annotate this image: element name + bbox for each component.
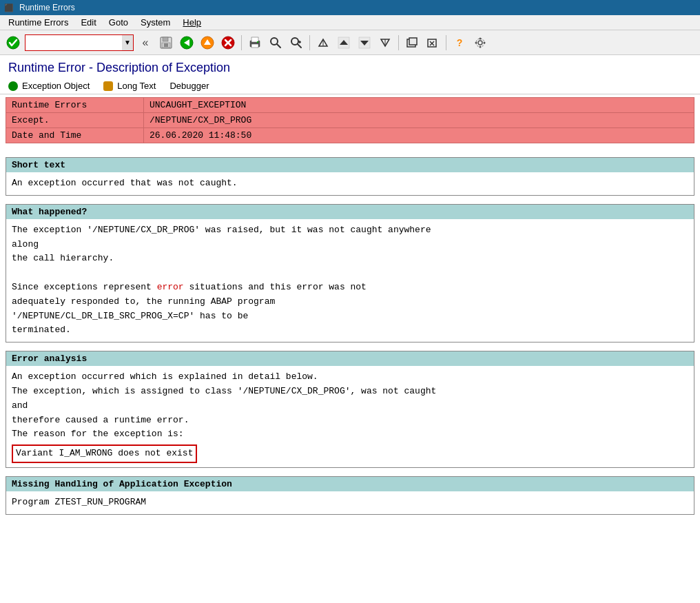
short-text-section: Short text An exception occurred that wa… bbox=[6, 157, 694, 196]
sep1 bbox=[241, 35, 242, 50]
svg-rect-2 bbox=[163, 37, 168, 41]
svg-rect-31 bbox=[409, 38, 417, 45]
tab-exception-object-label: Exception Object bbox=[22, 81, 90, 91]
error-analysis-body: An exception occurred which is explained… bbox=[6, 366, 694, 467]
error-info-table: Runtime Errors UNCAUGHT_EXCEPTION Except… bbox=[6, 97, 694, 143]
sep4 bbox=[446, 35, 446, 50]
title-bar-label: Runtime Errors bbox=[19, 3, 75, 12]
tab-exception-object[interactable]: Exception Object bbox=[8, 81, 90, 91]
check-button[interactable] bbox=[4, 34, 22, 52]
error-value-2: 26.06.2020 11:48:50 bbox=[144, 128, 694, 143]
exception-object-icon bbox=[8, 81, 18, 91]
error-highlight-text: Variant I_AM_WRONG does not exist bbox=[12, 444, 197, 463]
back-green-button[interactable] bbox=[178, 34, 196, 52]
nav-up-button[interactable] bbox=[314, 34, 332, 52]
svg-point-38 bbox=[480, 45, 482, 48]
svg-point-39 bbox=[475, 41, 477, 43]
save-button[interactable] bbox=[157, 34, 175, 52]
back-button[interactable]: « bbox=[136, 34, 154, 52]
error-value-1: /NEPTUNE/CX_DR_PROG bbox=[144, 113, 694, 128]
what-happened-header: What happened? bbox=[6, 205, 694, 219]
sep2 bbox=[309, 35, 310, 50]
what-happened-line-5: adequately responded to, the running ABA… bbox=[12, 295, 688, 309]
menu-bar: Runtime Errors Edit Goto System Help bbox=[0, 15, 700, 30]
sap-logo-icon: ⬛ bbox=[4, 3, 14, 12]
what-happened-section: What happened? The exception '/NEPTUNE/C… bbox=[6, 204, 694, 343]
find-next-button[interactable] bbox=[287, 34, 305, 52]
missing-handling-header: Missing Handling of Application Exceptio… bbox=[6, 477, 694, 491]
table-row: Runtime Errors UNCAUGHT_EXCEPTION bbox=[6, 98, 694, 113]
what-happened-line-2: the call hierarchy. bbox=[12, 252, 688, 266]
tab-long-text[interactable]: Long Text bbox=[103, 81, 156, 91]
error-analysis-line-2: and bbox=[12, 399, 688, 413]
what-happened-line-1: along bbox=[12, 238, 688, 252]
tab-debugger-label: Debugger bbox=[169, 81, 209, 91]
error-analysis-line-1: The exception, which is assigned to clas… bbox=[12, 385, 688, 399]
settings-button[interactable] bbox=[471, 34, 489, 52]
menu-help[interactable]: Help bbox=[177, 16, 207, 29]
nav-down-button[interactable] bbox=[376, 34, 394, 52]
what-happened-line-0: The exception '/NEPTUNE/CX_DR_PROG' was … bbox=[12, 223, 688, 238]
nav-down2-button[interactable] bbox=[356, 34, 373, 52]
table-row: Date and Time 26.06.2020 11:48:50 bbox=[6, 128, 694, 143]
svg-point-40 bbox=[484, 41, 486, 43]
nav-up2-button[interactable] bbox=[335, 34, 353, 52]
error-analysis-section: Error analysis An exception occurred whi… bbox=[6, 351, 694, 468]
error-label-0: Runtime Errors bbox=[6, 98, 144, 113]
what-happened-line-4: Since exceptions represent error situati… bbox=[12, 280, 688, 295]
print-button[interactable] bbox=[246, 34, 264, 52]
error-analysis-line-3: therefore caused a runtime error. bbox=[12, 413, 688, 428]
error-analysis-line-4: The reason for the exception is: bbox=[12, 427, 688, 442]
content-area: Runtime Errors UNCAUGHT_EXCEPTION Except… bbox=[0, 94, 700, 526]
table-row: Except. /NEPTUNE/CX_DR_PROG bbox=[6, 113, 694, 128]
error-analysis-header: Error analysis bbox=[6, 351, 694, 366]
error-value-0: UNCAUGHT_EXCEPTION bbox=[144, 98, 694, 113]
what-happened-line-6: '/NEPTUNE/CL_DR_LIB_SRC_PROG_X=CP' has t… bbox=[12, 309, 688, 324]
error-highlight-container: Variant I_AM_WRONG does not exist bbox=[12, 444, 688, 463]
what-happened-body: The exception '/NEPTUNE/CX_DR_PROG' was … bbox=[6, 219, 694, 342]
error-label-1: Except. bbox=[6, 113, 144, 128]
what-happened-line-3 bbox=[12, 266, 688, 280]
svg-point-36 bbox=[476, 39, 484, 47]
missing-handling-body: Program ZTEST_RUN_PROGRAM bbox=[6, 491, 694, 514]
tab-long-text-label: Long Text bbox=[117, 81, 156, 91]
svg-rect-4 bbox=[164, 43, 168, 47]
menu-edit[interactable]: Edit bbox=[75, 16, 101, 29]
missing-handling-section: Missing Handling of Application Exceptio… bbox=[6, 476, 694, 515]
svg-rect-15 bbox=[257, 41, 258, 43]
toolbar: ▼ « bbox=[0, 30, 700, 55]
missing-handling-line-0: Program ZTEST_RUN_PROGRAM bbox=[12, 495, 688, 510]
tab-bar: Exception Object Long Text Debugger bbox=[0, 78, 700, 94]
menu-runtime-errors[interactable]: Runtime Errors bbox=[3, 16, 74, 29]
cancel-button[interactable] bbox=[219, 34, 237, 52]
short-text-header: Short text bbox=[6, 158, 694, 172]
tab-debugger[interactable]: Debugger bbox=[169, 81, 209, 91]
what-happened-line-7: terminated. bbox=[12, 323, 688, 338]
spacer1 bbox=[6, 150, 694, 157]
svg-point-37 bbox=[480, 37, 482, 39]
page-title: Runtime Error - Description of Exception bbox=[0, 55, 700, 78]
svg-rect-14 bbox=[251, 44, 258, 48]
new-window-button[interactable] bbox=[403, 34, 421, 52]
command-dropdown[interactable]: ▼ bbox=[122, 35, 133, 50]
error-label-2: Date and Time bbox=[6, 128, 144, 143]
title-bar: ⬛ Runtime Errors bbox=[0, 0, 700, 15]
find-button[interactable] bbox=[267, 34, 285, 52]
svg-point-35 bbox=[478, 41, 482, 45]
close-window-button[interactable] bbox=[424, 34, 442, 52]
up-orange-button[interactable] bbox=[198, 34, 216, 52]
menu-system[interactable]: System bbox=[135, 16, 176, 29]
sep3 bbox=[398, 35, 399, 50]
long-text-icon bbox=[103, 81, 113, 91]
svg-rect-13 bbox=[251, 37, 258, 42]
command-input[interactable] bbox=[25, 35, 122, 50]
help-button[interactable]: ? bbox=[451, 34, 469, 52]
svg-line-19 bbox=[298, 44, 301, 48]
menu-goto[interactable]: Goto bbox=[103, 16, 134, 29]
error-analysis-line-0: An exception occurred which is explained… bbox=[12, 370, 688, 385]
short-text-body: An exception occurred that was not caugh… bbox=[6, 172, 694, 195]
command-input-group: ▼ bbox=[25, 34, 134, 51]
svg-line-17 bbox=[277, 44, 280, 48]
